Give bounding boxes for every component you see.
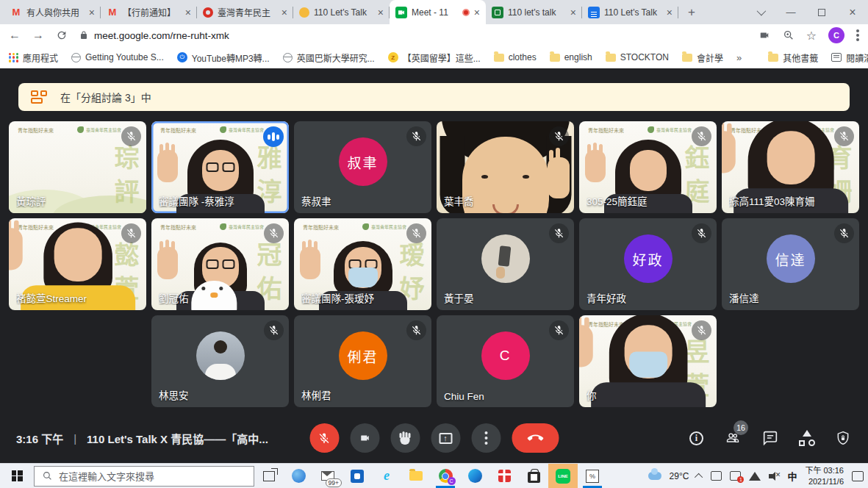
- camera-toggle-button[interactable]: [350, 423, 379, 453]
- forward-button[interactable]: →: [32, 29, 44, 41]
- bookmark-item-5[interactable]: english: [550, 52, 592, 62]
- tab-close-icon[interactable]: ×: [281, 7, 287, 18]
- browser-tab-6[interactable]: 110 Let's Talk×: [582, 0, 678, 24]
- browser-tab-0[interactable]: M有人與你共用×: [4, 0, 101, 24]
- participant-tile[interactable]: 青年指點好未來臺灣青年民主協會育姍綜高111愛03陳育姍: [722, 121, 859, 213]
- activities-button[interactable]: [799, 430, 815, 446]
- taskbar-clock[interactable]: 下午 03:16 2021/11/6: [805, 465, 844, 487]
- camera-in-use-icon[interactable]: [758, 30, 771, 40]
- participant-tile[interactable]: 青年指點好未來臺灣青年民主協會鈺庭305-25簡鈺庭: [579, 121, 717, 213]
- figure-hand: [722, 131, 735, 173]
- host-controls-button[interactable]: [836, 430, 850, 446]
- url-text: meet.google.com/rne-ruht-xmk: [94, 30, 229, 41]
- back-button[interactable]: ←: [9, 29, 21, 41]
- participant-tile[interactable]: 青年指點好未來臺灣青年民主協會琮評黃琮評: [9, 121, 146, 213]
- internet-explorer-button[interactable]: e: [372, 464, 401, 488]
- tab-close-icon[interactable]: ×: [89, 7, 95, 18]
- new-tab-button[interactable]: +: [681, 2, 702, 23]
- weather-icon[interactable]: [648, 472, 661, 480]
- tab-close-icon[interactable]: ×: [570, 7, 576, 18]
- other-bookmarks[interactable]: 其他書籤: [768, 51, 818, 64]
- edge-button[interactable]: [460, 464, 489, 488]
- more-options-button[interactable]: [471, 423, 501, 453]
- store-button[interactable]: [519, 464, 548, 488]
- chat-button[interactable]: [762, 431, 778, 445]
- address-bar[interactable]: meet.google.com/rne-ruht-xmk: [79, 30, 746, 41]
- participant-tile[interactable]: CChiu Fen: [437, 315, 574, 407]
- participant-tile[interactable]: 林思安: [151, 315, 289, 407]
- participants-button[interactable]: 16: [724, 431, 742, 445]
- participant-tile[interactable]: 信達潘信達: [722, 218, 859, 310]
- wifi-icon[interactable]: [749, 472, 761, 481]
- tab-title: 有人與你共用: [26, 6, 85, 18]
- temperature[interactable]: 29°C: [670, 471, 689, 481]
- participant-tile[interactable]: 青年指點好未來臺灣青年民主協會冠佑劉冠佑: [151, 218, 289, 310]
- cortana-button[interactable]: [284, 464, 313, 488]
- tab-search-button[interactable]: [745, 0, 775, 24]
- minimize-button[interactable]: —: [775, 0, 806, 24]
- browser-tab-2[interactable]: 臺灣青年民主×: [197, 0, 293, 24]
- volume-muted-icon[interactable]: [769, 472, 779, 481]
- breakout-banner: 在「分組討論 3」中: [18, 83, 850, 111]
- participant-tile[interactable]: 好政青年好政: [579, 218, 717, 310]
- tab-close-icon[interactable]: ×: [474, 7, 480, 18]
- tray-app-icon[interactable]: [711, 471, 722, 481]
- line-button[interactable]: LINE: [548, 464, 578, 488]
- ime-indicator[interactable]: 中: [787, 469, 797, 483]
- bookmarks-overflow-chevron[interactable]: »: [736, 52, 742, 63]
- leaf-logo-icon: [77, 126, 84, 133]
- participant-tile[interactable]: 青年指點好未來臺灣青年民主協會雅淳審議團隊 -蔡雅淳: [151, 121, 289, 213]
- start-button[interactable]: [0, 464, 34, 488]
- zoom-page-icon[interactable]: [783, 29, 795, 41]
- edge-icon: [468, 469, 482, 483]
- action-center-icon[interactable]: [852, 471, 864, 481]
- present-screen-button[interactable]: ↑: [431, 423, 460, 453]
- mic-toggle-button[interactable]: [309, 423, 339, 453]
- browser-tab-3[interactable]: 110 Let's Talk×: [293, 0, 390, 24]
- browser-tab-1[interactable]: M【行前通知】×: [101, 0, 197, 24]
- meeting-details-button[interactable]: i: [689, 431, 703, 445]
- participant-tile[interactable]: 青年指點好未來臺灣青年民主協會瑷妤審議團隊-張瑷妤: [294, 218, 431, 310]
- bookmark-item-4[interactable]: clothes: [494, 52, 537, 62]
- snip-app-button[interactable]: %: [578, 464, 607, 488]
- participant-tile[interactable]: 青年指點好未來臺灣青年民主協會懿萱褚懿萱Streamer: [9, 218, 146, 310]
- reading-list[interactable]: 閱讀清單: [831, 51, 868, 64]
- maximize-button[interactable]: [806, 0, 837, 24]
- chrome-button[interactable]: C: [431, 464, 460, 488]
- profile-avatar[interactable]: C: [828, 27, 844, 43]
- leave-call-button[interactable]: [512, 423, 559, 453]
- tab-close-icon[interactable]: ×: [378, 7, 384, 18]
- bookmark-star-icon[interactable]: ☆: [806, 29, 817, 43]
- participant-tile[interactable]: 青年指點好未來臺灣青年民主協會昱萱你: [579, 315, 717, 407]
- mail-button[interactable]: 99+: [313, 464, 342, 488]
- bookmark-item-6[interactable]: STOCKTON: [606, 52, 669, 62]
- bookmark-item-2[interactable]: 英國巴斯大學研究...: [283, 51, 375, 64]
- taskbar-search-input[interactable]: 在這裡輸入文字來搜尋: [34, 466, 254, 487]
- bookmark-item-1[interactable]: ⏻YouTube轉MP3轉...: [177, 51, 270, 64]
- participant-tile[interactable]: 叔聿蔡叔聿: [294, 121, 431, 213]
- browser-tab-4[interactable]: Meet - 11×: [390, 0, 486, 24]
- browser-tab-5[interactable]: 110 let's talk×: [486, 0, 582, 24]
- close-window-button[interactable]: ×: [837, 0, 868, 24]
- apps-shortcut[interactable]: 應用程式: [9, 51, 58, 64]
- bookmark-item-7[interactable]: 會計學: [682, 51, 723, 64]
- participant-tile[interactable]: 黃于晏: [437, 218, 574, 310]
- bookmark-item-3[interactable]: Z【英國留學】這些...: [388, 51, 481, 64]
- browser-menu-icon[interactable]: [856, 29, 859, 41]
- tray-badge-app-icon[interactable]: [730, 471, 741, 481]
- participant-tile[interactable]: 俐君林俐君: [294, 315, 431, 407]
- file-explorer-icon: [409, 471, 423, 481]
- raise-hand-button[interactable]: [390, 423, 420, 453]
- end-call-icon: [527, 430, 543, 446]
- file-explorer-button[interactable]: [401, 464, 431, 488]
- figure-face: [54, 228, 101, 281]
- tray-overflow-chevron[interactable]: [695, 473, 703, 481]
- blue-app-button[interactable]: [342, 464, 372, 488]
- rewards-button[interactable]: [489, 464, 519, 488]
- bookmark-item-0[interactable]: Getting Youtube S...: [71, 52, 164, 62]
- reload-button[interactable]: [56, 29, 68, 41]
- tab-close-icon[interactable]: ×: [185, 7, 191, 18]
- tab-close-icon[interactable]: ×: [667, 7, 672, 18]
- participant-tile[interactable]: 青年指點好未來臺灣青年民主協會葉丰喬: [437, 121, 574, 213]
- task-view-button[interactable]: [254, 464, 284, 488]
